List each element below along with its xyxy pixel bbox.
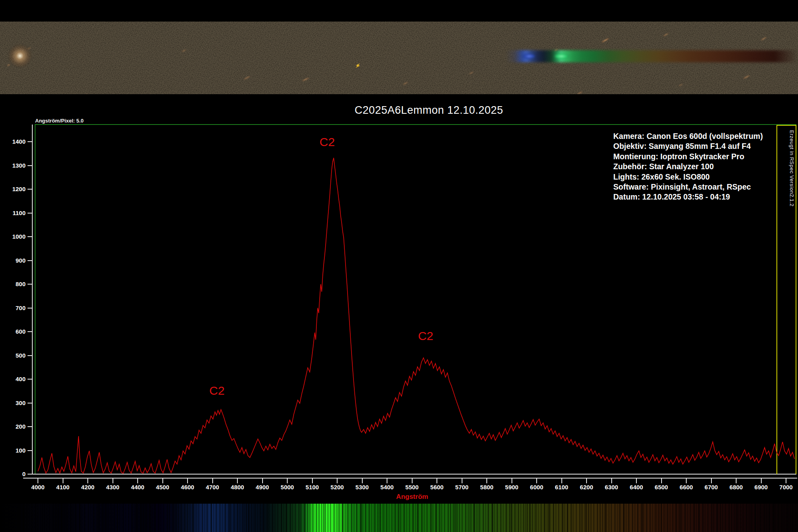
x-axis-tick-label: 6100 xyxy=(548,484,576,490)
x-axis-tick-label: 4800 xyxy=(223,484,251,490)
x-axis-tick-label: 4000 xyxy=(24,484,52,490)
info-line-software: Software: Pixinsight, Astroart, RSpec xyxy=(613,182,763,192)
info-line-zubehoer: Zubehör: Star Analyzer 100 xyxy=(613,162,763,172)
info-line-montierung: Montierung: Ioptron Skytracker Pro xyxy=(613,152,763,162)
peak-annotation: C2 xyxy=(320,135,335,149)
x-axis-tick-label: 4200 xyxy=(74,484,102,490)
info-line-datum: Datum: 12.10.2025 03:58 - 04:19 xyxy=(613,192,763,202)
x-axis-tick xyxy=(162,479,163,483)
y-axis-tick xyxy=(28,284,32,285)
x-axis-tick xyxy=(611,479,612,483)
dispersed-spectrum-strip xyxy=(0,504,798,532)
x-axis-tick xyxy=(387,479,387,483)
spectrum-plot xyxy=(0,0,798,532)
x-axis-tick xyxy=(636,479,637,483)
y-axis-tick-label: 1000 xyxy=(1,233,26,240)
x-axis-tick-label: 5000 xyxy=(273,484,301,490)
spectrum-striations xyxy=(0,504,798,532)
y-axis-tick xyxy=(28,165,32,166)
y-axis-tick-label: 800 xyxy=(1,281,26,287)
x-axis-tick xyxy=(536,479,537,483)
rspec-screenshot: ⚡ C2025A6Lemmon 12.10.2025 Angström/Pixe… xyxy=(0,0,798,532)
x-axis-tick xyxy=(486,479,487,483)
x-axis-tick xyxy=(38,479,38,483)
x-axis-tick xyxy=(237,479,238,483)
y-axis-tick xyxy=(28,426,32,427)
y-axis-tick xyxy=(28,141,32,142)
x-axis-tick-label: 4700 xyxy=(199,484,227,490)
equipment-info-panel: Kamera: Canon Eos 600d (vollspektrum) Ob… xyxy=(613,131,763,202)
y-axis-tick-label: 100 xyxy=(1,447,26,454)
x-axis-tick-label: 6800 xyxy=(722,484,750,490)
x-axis-tick-label: 6000 xyxy=(523,484,551,490)
info-line-objektiv: Objektiv: Samyang 85mm F1.4 auf F4 xyxy=(613,141,763,151)
y-axis-tick xyxy=(28,236,32,237)
x-axis-tick xyxy=(87,479,88,483)
x-axis-tick xyxy=(337,479,338,483)
y-axis-tick xyxy=(28,474,32,475)
y-axis-tick xyxy=(28,260,32,261)
x-axis-tick xyxy=(287,479,288,483)
x-axis-tick xyxy=(761,479,762,483)
x-axis-tick-label: 6400 xyxy=(622,484,650,490)
x-axis-tick-label: 4600 xyxy=(174,484,201,490)
x-axis-tick-label: 6300 xyxy=(598,484,626,490)
y-axis-tick xyxy=(28,331,32,332)
x-axis-tick-label: 5900 xyxy=(498,484,526,490)
x-axis-tick xyxy=(661,479,662,483)
x-axis-tick-label: 4500 xyxy=(149,484,177,490)
y-axis-tick-label: 700 xyxy=(1,305,26,311)
x-axis-tick xyxy=(561,479,562,483)
y-axis-tick-label: 1400 xyxy=(1,138,26,145)
x-axis-tick-label: 5400 xyxy=(373,484,401,490)
x-axis-tick xyxy=(686,479,687,483)
x-axis-tick-label: 6700 xyxy=(697,484,725,490)
x-axis-tick-label: 5200 xyxy=(323,484,351,490)
peak-annotation: C2 xyxy=(209,384,225,398)
x-axis-tick xyxy=(711,479,712,483)
x-axis-tick-label: 4900 xyxy=(249,484,277,490)
y-axis-tick-label: 900 xyxy=(1,257,26,264)
x-axis-tick xyxy=(462,479,462,483)
y-axis-tick-label: 600 xyxy=(1,328,26,335)
y-axis-tick-label: 1300 xyxy=(1,162,26,169)
y-axis-tick xyxy=(28,189,32,190)
x-axis-tick xyxy=(786,479,786,483)
y-axis-tick-label: 400 xyxy=(1,376,26,382)
x-axis-tick xyxy=(187,479,188,483)
x-axis-tick-label: 5600 xyxy=(423,484,451,490)
x-axis-tick xyxy=(137,479,138,483)
x-axis-tick-label: 4400 xyxy=(124,484,152,490)
y-axis-tick xyxy=(28,403,32,403)
y-axis-tick-label: 1100 xyxy=(1,210,26,216)
x-axis-title: Angström xyxy=(396,493,428,501)
x-axis-tick-label: 7000 xyxy=(772,484,798,490)
info-line-kamera: Kamera: Canon Eos 600d (vollspektrum) xyxy=(613,131,763,141)
x-axis-tick xyxy=(362,479,363,483)
y-axis-tick xyxy=(28,379,32,380)
x-axis-tick-label: 6900 xyxy=(747,484,775,490)
x-axis-tick-label: 6600 xyxy=(672,484,700,490)
x-axis-tick-label: 4300 xyxy=(99,484,127,490)
x-axis-tick xyxy=(512,479,512,483)
x-axis-tick xyxy=(262,479,263,483)
x-axis-tick xyxy=(412,479,413,483)
y-axis-tick xyxy=(28,450,32,451)
x-axis-tick xyxy=(586,479,587,483)
x-axis-tick xyxy=(736,479,737,483)
x-axis-tick xyxy=(312,479,313,483)
x-axis-tick-label: 5300 xyxy=(348,484,376,490)
y-axis-tick xyxy=(28,308,32,309)
x-axis-tick-label: 6200 xyxy=(573,484,600,490)
x-axis-tick xyxy=(437,479,437,483)
x-axis-tick xyxy=(212,479,213,483)
y-axis-tick-label: 500 xyxy=(1,352,26,359)
x-axis-tick-label: 4100 xyxy=(49,484,77,490)
info-line-lights: Lights: 26x60 Sek. ISO800 xyxy=(613,172,763,182)
y-axis-tick-label: 1200 xyxy=(1,186,26,192)
x-axis-tick-label: 5100 xyxy=(298,484,326,490)
y-axis-tick xyxy=(28,355,32,356)
y-axis-tick xyxy=(28,213,32,214)
y-axis-tick-label: 0 xyxy=(1,471,26,477)
x-axis-tick-label: 6500 xyxy=(648,484,676,490)
